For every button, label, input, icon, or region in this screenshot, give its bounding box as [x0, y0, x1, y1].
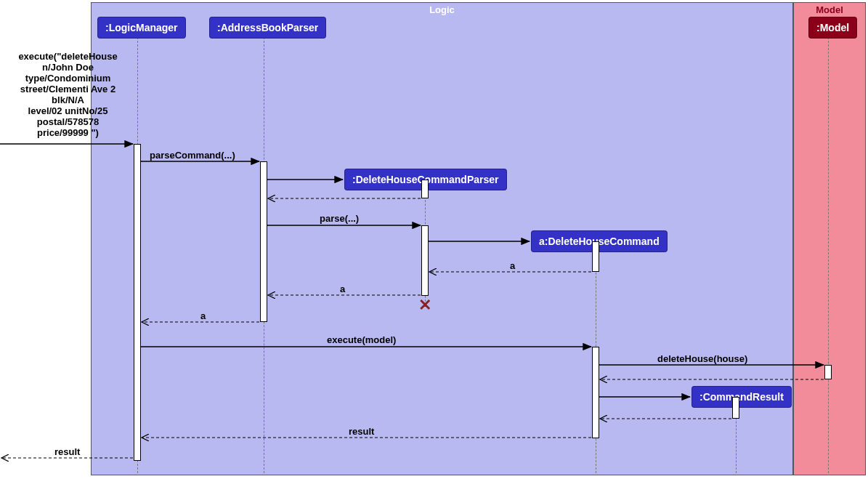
- model-region-label: Model: [816, 4, 843, 15]
- model-region: Model: [793, 2, 866, 475]
- participant-addressbookparser: :AddressBookParser: [209, 17, 326, 39]
- logic-region-label: Logic: [429, 4, 455, 15]
- participant-logicmanager: :LogicManager: [97, 17, 186, 39]
- msg-return-a3: a: [200, 310, 206, 321]
- participant-commandresult: :CommandResult: [691, 386, 792, 408]
- activation-logicmanager: [134, 144, 141, 461]
- activation-dhc-1: [592, 241, 599, 272]
- logic-region: Logic: [91, 2, 793, 475]
- activation-addressbookparser: [260, 161, 267, 322]
- msg-parsecommand: parseCommand(...): [150, 150, 235, 161]
- msg-execute-model: execute(model): [327, 334, 396, 345]
- lifeline-model: [828, 37, 829, 473]
- msg-exec-call: execute("deleteHouse n/John Doe type/Con…: [4, 51, 131, 138]
- msg-parse: parse(...): [320, 213, 359, 224]
- msg-result2: result: [54, 446, 80, 457]
- activation-dhcp-2: [421, 225, 429, 296]
- activation-dhcp-1: [421, 180, 429, 198]
- activation-model: [824, 365, 832, 379]
- activation-commandresult: [732, 397, 739, 419]
- participant-model: :Model: [808, 17, 857, 39]
- destroy-icon: ✕: [418, 296, 431, 315]
- activation-dhc-2: [592, 347, 599, 438]
- msg-result1: result: [349, 426, 374, 437]
- msg-return-a1: a: [510, 260, 515, 271]
- msg-return-a2: a: [340, 283, 345, 294]
- msg-deletehouse: deleteHouse(house): [657, 353, 747, 364]
